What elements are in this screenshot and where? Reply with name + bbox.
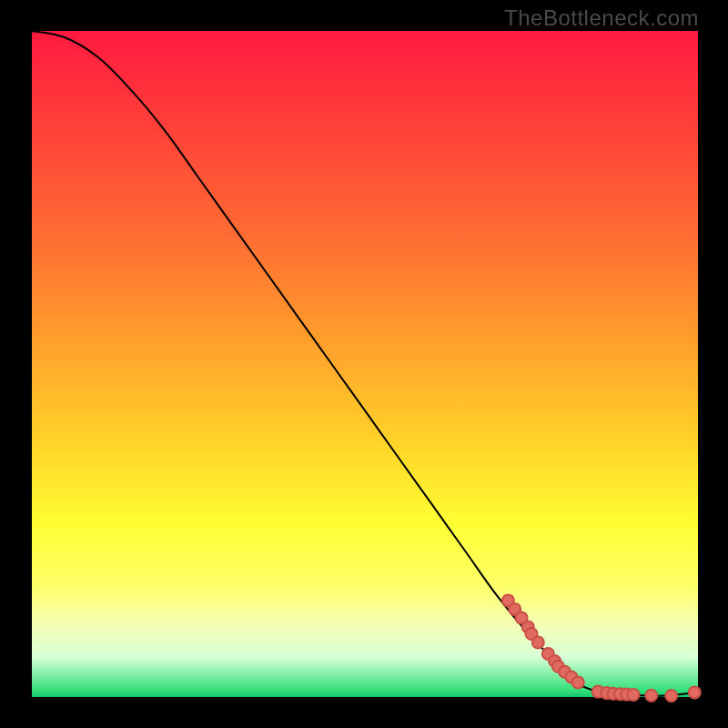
- marker-dot: [532, 637, 544, 649]
- marker-dot: [572, 676, 584, 688]
- marker-dot: [645, 690, 657, 702]
- marker-dot: [689, 686, 701, 698]
- marker-dots: [502, 594, 701, 702]
- chart-frame: TheBottleneck.com: [0, 0, 728, 728]
- bottleneck-curve: [32, 31, 698, 696]
- chart-overlay: [32, 31, 698, 697]
- watermark-text: TheBottleneck.com: [504, 5, 699, 31]
- marker-dot: [628, 689, 640, 701]
- marker-dot: [665, 690, 677, 702]
